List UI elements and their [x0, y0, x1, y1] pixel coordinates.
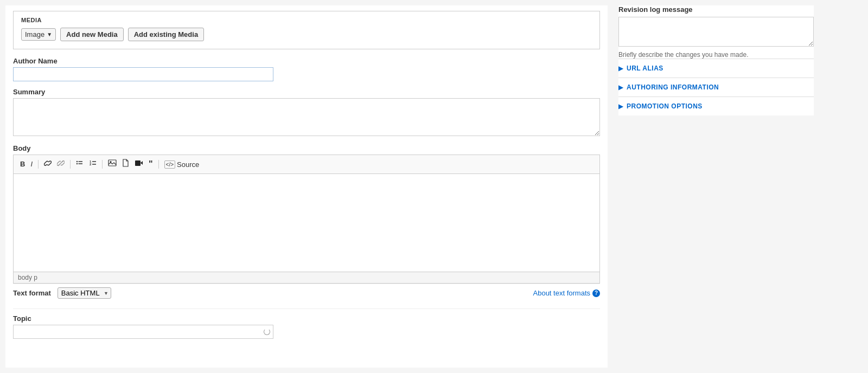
add-existing-media-button[interactable]: Add existing Media	[128, 28, 204, 41]
body-editor: B I	[13, 155, 600, 284]
toolbar-divider-2	[70, 160, 71, 169]
svg-point-1	[76, 160, 78, 162]
italic-button[interactable]: I	[28, 158, 35, 170]
svg-text:2: 2	[90, 163, 92, 166]
promotion-options-arrow-icon: ▶	[618, 102, 623, 110]
text-format-row: Text format Basic HTML Full HTML Plain t…	[13, 284, 600, 302]
promotion-options-label: PROMOTION OPTIONS	[627, 102, 703, 110]
text-format-label: Text format	[13, 289, 51, 297]
file-button[interactable]	[120, 158, 131, 171]
sidebar-section: Revision log message Briefly describe th…	[618, 5, 814, 115]
source-button[interactable]: </> Source	[162, 159, 202, 170]
format-select[interactable]: Basic HTML Full HTML Plain text	[58, 287, 111, 299]
body-label: Body	[13, 144, 600, 152]
image-type-dropdown[interactable]: Image ▼	[21, 28, 56, 41]
help-icon: ?	[592, 290, 600, 297]
ol-icon: 1 2	[89, 159, 97, 167]
author-name-group: Author Name	[13, 57, 600, 81]
author-name-input[interactable]	[13, 67, 273, 81]
topic-label: Topic	[13, 314, 600, 323]
about-text-formats-link[interactable]: About text formats ?	[533, 289, 601, 297]
unlink-icon	[57, 159, 65, 167]
body-editor-content[interactable]	[14, 174, 599, 272]
author-name-label: Author Name	[13, 57, 600, 65]
svg-rect-9	[108, 160, 116, 166]
summary-label: Summary	[13, 88, 600, 96]
topic-input-wrap	[13, 325, 273, 339]
about-text-formats-label: About text formats	[533, 289, 591, 297]
url-alias-collapsible[interactable]: ▶ URL ALIAS	[618, 59, 814, 78]
sidebar: Revision log message Briefly describe th…	[608, 5, 814, 368]
summary-textarea[interactable]	[13, 98, 600, 136]
authoring-info-collapsible[interactable]: ▶ AUTHORING INFORMATION	[618, 78, 814, 97]
editor-status-bar: body p	[14, 272, 599, 283]
media-controls: Image ▼ Add new Media Add existing Media	[21, 28, 592, 41]
topic-spinner	[264, 329, 270, 335]
unlink-button[interactable]	[55, 158, 67, 171]
topic-group: Topic	[13, 308, 600, 339]
svg-point-2	[76, 163, 78, 164]
image-dropdown-value: Image	[25, 30, 44, 38]
unordered-list-button[interactable]	[74, 158, 86, 171]
url-alias-label: URL ALIAS	[627, 65, 663, 72]
summary-group: Summary	[13, 88, 600, 138]
revision-hint: Briefly describe the changes you have ma…	[618, 51, 814, 59]
authoring-info-arrow-icon: ▶	[618, 83, 623, 91]
source-icon: </>	[164, 160, 175, 169]
link-icon	[44, 159, 52, 167]
add-new-media-button[interactable]: Add new Media	[60, 28, 124, 41]
format-select-container: Basic HTML Full HTML Plain text	[58, 287, 111, 299]
source-label: Source	[177, 160, 199, 169]
revision-log-textarea[interactable]	[618, 17, 814, 47]
authoring-info-label: AUTHORING INFORMATION	[627, 83, 719, 91]
ordered-list-button[interactable]: 1 2	[87, 158, 99, 171]
chevron-down-icon: ▼	[47, 31, 52, 37]
toolbar-divider-1	[38, 160, 39, 169]
revision-log-label: Revision log message	[618, 5, 814, 14]
format-select-wrap: Text format Basic HTML Full HTML Plain t…	[13, 287, 111, 299]
svg-marker-12	[141, 161, 143, 165]
media-section: MEDIA Image ▼ Add new Media Add existing…	[13, 11, 600, 49]
link-button[interactable]	[42, 158, 54, 171]
svg-rect-11	[135, 160, 141, 166]
video-button[interactable]	[132, 158, 145, 170]
video-icon	[135, 160, 143, 166]
bold-button[interactable]: B	[18, 158, 27, 170]
ul-icon	[76, 159, 84, 167]
body-group: Body B I	[13, 144, 600, 302]
toolbar-divider-4	[158, 160, 159, 169]
image-button[interactable]	[106, 158, 119, 170]
url-alias-arrow-icon: ▶	[618, 65, 623, 72]
media-section-label: MEDIA	[21, 17, 592, 23]
image-icon	[108, 159, 117, 166]
promotion-options-collapsible[interactable]: ▶ PROMOTION OPTIONS	[618, 97, 814, 115]
toolbar-divider-3	[102, 160, 103, 169]
blockquote-button[interactable]: "	[146, 157, 155, 171]
topic-input[interactable]	[13, 325, 273, 339]
file-icon	[122, 159, 129, 167]
editor-toolbar: B I	[14, 155, 599, 174]
editor-status-text: body p	[18, 274, 37, 281]
